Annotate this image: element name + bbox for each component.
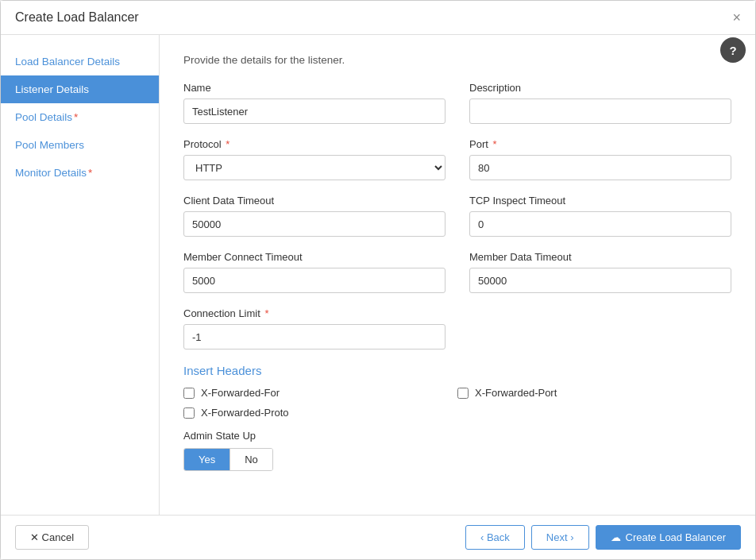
form-group-name: Name bbox=[183, 82, 446, 124]
close-button[interactable]: × bbox=[732, 10, 741, 25]
form-group-connection-limit: Connection Limit * bbox=[183, 307, 446, 350]
sidebar-item-load-balancer-details[interactable]: Load Balancer Details bbox=[1, 48, 159, 75]
protocol-label: Protocol * bbox=[183, 138, 446, 150]
checkbox-row-1: X-Forwarded-For X-Forwarded-Port bbox=[183, 387, 731, 399]
form-row-timeouts-1: Client Data Timeout TCP Inspect Timeout bbox=[183, 195, 731, 237]
modal-footer: ✕ Cancel ‹ Back Next › ☁ Create Load Bal… bbox=[1, 515, 755, 559]
form-group-client-data-timeout: Client Data Timeout bbox=[183, 195, 446, 237]
form-group-tcp-inspect-timeout: TCP Inspect Timeout bbox=[469, 195, 731, 237]
sidebar-item-monitor-details[interactable]: Monitor Details* bbox=[1, 159, 159, 187]
footer-left: ✕ Cancel bbox=[15, 525, 89, 550]
form-group-member-data-timeout: Member Data Timeout bbox=[469, 251, 731, 293]
admin-state-yes-button[interactable]: Yes bbox=[184, 449, 230, 470]
modal-header: Create Load Balancer × bbox=[1, 1, 755, 35]
insert-headers-section: Insert Headers X-Forwarded-For X-Forward… bbox=[183, 364, 731, 419]
member-data-timeout-input[interactable] bbox=[469, 268, 731, 293]
name-input[interactable] bbox=[183, 98, 446, 124]
member-connect-timeout-input[interactable] bbox=[183, 268, 446, 293]
checkbox-row-2: X-Forwarded-Proto bbox=[183, 407, 731, 419]
instruction-text: Provide the details for the listener. bbox=[183, 54, 731, 66]
sidebar-item-pool-details[interactable]: Pool Details* bbox=[1, 103, 159, 131]
create-load-balancer-modal: Create Load Balancer × Load Balancer Det… bbox=[0, 0, 756, 560]
form-row-timeouts-2: Member Connect Timeout Member Data Timeo… bbox=[183, 251, 731, 293]
admin-state-label: Admin State Up bbox=[183, 430, 731, 442]
form-group-port: Port * bbox=[469, 138, 731, 180]
form-group-protocol: Protocol * HTTP HTTPS TCP TERMINATED_HTT… bbox=[183, 138, 446, 180]
main-content: Provide the details for the listener. Na… bbox=[160, 35, 755, 515]
admin-state-section: Admin State Up Yes No bbox=[183, 430, 731, 471]
checkbox-group-x-forwarded-proto: X-Forwarded-Proto bbox=[183, 407, 731, 419]
help-button[interactable]: ? bbox=[720, 37, 746, 63]
member-connect-timeout-label: Member Connect Timeout bbox=[183, 251, 446, 263]
checkbox-x-forwarded-proto-label: X-Forwarded-Proto bbox=[201, 407, 289, 419]
sidebar-item-pool-members[interactable]: Pool Members bbox=[1, 131, 159, 159]
insert-headers-title: Insert Headers bbox=[183, 364, 731, 377]
form-row-protocol-port: Protocol * HTTP HTTPS TCP TERMINATED_HTT… bbox=[183, 138, 731, 180]
port-label: Port * bbox=[469, 138, 731, 150]
client-data-timeout-label: Client Data Timeout bbox=[183, 195, 446, 207]
footer-right: ‹ Back Next › ☁ Create Load Balancer bbox=[465, 525, 741, 550]
admin-state-no-button[interactable]: No bbox=[230, 449, 272, 470]
form-row-connection-limit: Connection Limit * bbox=[183, 307, 731, 350]
connection-limit-label: Connection Limit * bbox=[183, 307, 446, 319]
form-group-description: Description bbox=[469, 82, 731, 124]
form-group-member-connect-timeout: Member Connect Timeout bbox=[183, 251, 446, 293]
protocol-select[interactable]: HTTP HTTPS TCP TERMINATED_HTTPS bbox=[183, 155, 446, 180]
description-input[interactable] bbox=[469, 98, 731, 124]
create-load-balancer-button[interactable]: ☁ Create Load Balancer bbox=[596, 525, 741, 550]
form-row-name-description: Name Description bbox=[183, 82, 731, 124]
checkbox-x-forwarded-for[interactable] bbox=[183, 388, 195, 399]
checkbox-group-x-forwarded-for: X-Forwarded-For bbox=[183, 387, 457, 399]
description-label: Description bbox=[469, 82, 731, 94]
modal-body: Load Balancer Details Listener Details P… bbox=[1, 35, 755, 515]
tcp-inspect-timeout-input[interactable] bbox=[469, 211, 731, 237]
admin-state-toggle: Yes No bbox=[183, 448, 273, 471]
port-input[interactable] bbox=[469, 155, 731, 180]
tcp-inspect-timeout-label: TCP Inspect Timeout bbox=[469, 195, 731, 207]
checkbox-x-forwarded-port[interactable] bbox=[457, 388, 469, 399]
checkbox-x-forwarded-proto[interactable] bbox=[183, 407, 195, 419]
cancel-button[interactable]: ✕ Cancel bbox=[15, 525, 89, 550]
modal-title: Create Load Balancer bbox=[15, 10, 139, 25]
client-data-timeout-input[interactable] bbox=[183, 211, 446, 237]
checkbox-x-forwarded-port-label: X-Forwarded-Port bbox=[475, 387, 557, 399]
member-data-timeout-label: Member Data Timeout bbox=[469, 251, 731, 263]
checkbox-group-x-forwarded-port: X-Forwarded-Port bbox=[457, 387, 731, 399]
back-button[interactable]: ‹ Back bbox=[465, 525, 525, 550]
connection-limit-input[interactable] bbox=[183, 324, 446, 350]
sidebar: Load Balancer Details Listener Details P… bbox=[1, 35, 160, 515]
create-cloud-icon: ☁ bbox=[611, 531, 621, 543]
next-button[interactable]: Next › bbox=[531, 525, 589, 550]
name-label: Name bbox=[183, 82, 446, 94]
checkbox-x-forwarded-for-label: X-Forwarded-For bbox=[201, 387, 280, 399]
form-group-spacer bbox=[469, 307, 731, 350]
sidebar-item-listener-details[interactable]: Listener Details bbox=[1, 75, 159, 103]
